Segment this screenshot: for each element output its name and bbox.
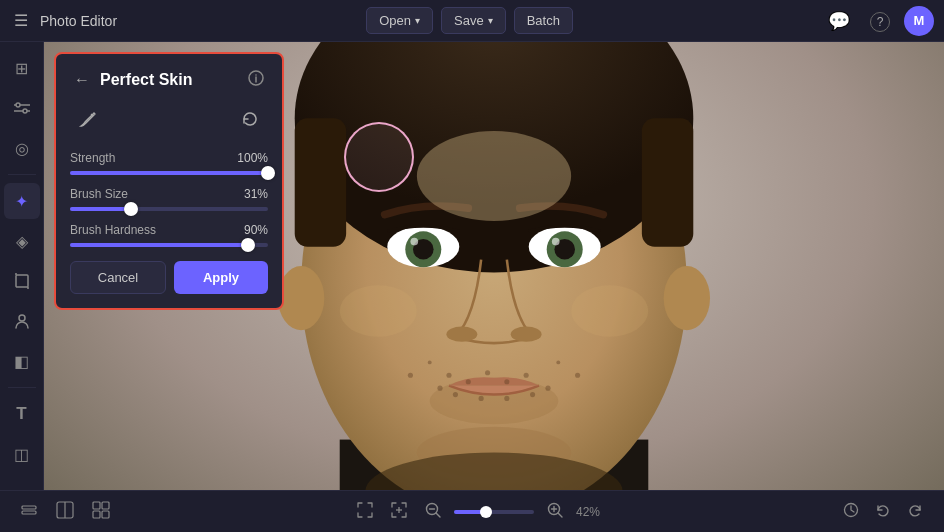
brush-hardness-label: Brush Hardness — [70, 223, 156, 237]
bottom-center-zoom: 42% — [352, 497, 600, 527]
svg-point-37 — [504, 379, 509, 384]
reset-tool-button[interactable] — [236, 105, 264, 137]
panel-back-button[interactable]: ← — [70, 69, 94, 91]
panel-header: ← Perfect Skin — [70, 68, 268, 91]
refresh-icon — [240, 109, 260, 129]
user-avatar[interactable]: M — [904, 6, 934, 36]
brush-size-slider-track[interactable] — [70, 207, 268, 211]
zoom-in-icon[interactable] — [542, 497, 568, 527]
sidebar-divider — [8, 174, 36, 175]
svg-point-3 — [23, 109, 27, 113]
fill-icon[interactable] — [386, 497, 412, 527]
svg-point-36 — [485, 370, 490, 375]
batch-button[interactable]: Batch — [514, 7, 573, 34]
svg-point-44 — [545, 386, 550, 391]
cancel-button[interactable]: Cancel — [70, 261, 166, 294]
brush-size-label: Brush Size — [70, 187, 128, 201]
app-title: Photo Editor — [40, 13, 117, 29]
brush-hardness-slider-fill — [70, 243, 248, 247]
svg-rect-55 — [22, 511, 36, 514]
svg-point-42 — [530, 392, 535, 397]
help-icon: ? — [870, 12, 890, 32]
svg-point-12 — [255, 74, 257, 76]
svg-point-34 — [446, 373, 451, 378]
svg-rect-59 — [102, 502, 109, 509]
zoom-slider-thumb[interactable] — [480, 506, 492, 518]
svg-rect-20 — [642, 118, 693, 247]
svg-point-53 — [571, 285, 648, 336]
fit-icon[interactable] — [352, 497, 378, 527]
svg-line-65 — [436, 513, 440, 517]
zoom-out-icon[interactable] — [420, 497, 446, 527]
svg-point-31 — [446, 326, 477, 341]
grid-bottom-icon[interactable] — [88, 497, 114, 527]
bottom-left-tools — [16, 497, 114, 527]
brush-size-slider-group: Brush Size 31% — [70, 187, 268, 211]
svg-point-21 — [278, 266, 324, 330]
apply-button[interactable]: Apply — [174, 261, 268, 294]
svg-point-46 — [556, 361, 560, 365]
brush-size-slider-thumb[interactable] — [124, 202, 138, 216]
zoom-slider[interactable] — [454, 510, 534, 514]
brush-hardness-slider-thumb[interactable] — [241, 238, 255, 252]
sidebar-icon-layers[interactable]: ⊞ — [4, 50, 40, 86]
brush-size-value: 31% — [244, 187, 268, 201]
brush-hardness-value: 90% — [244, 223, 268, 237]
sidebar-icon-adjustments[interactable] — [4, 90, 40, 126]
svg-point-32 — [511, 326, 542, 341]
strength-label: Strength — [70, 151, 115, 165]
sidebar-icon-effects[interactable]: ◈ — [4, 223, 40, 259]
left-sidebar: ⊞ ◎ ✦ ◈ — [0, 42, 44, 490]
main-area: ⊞ ◎ ✦ ◈ — [0, 42, 944, 490]
help-button[interactable]: ? — [864, 6, 896, 36]
menu-icon[interactable]: ☰ — [10, 7, 32, 34]
svg-point-22 — [664, 266, 710, 330]
svg-point-51 — [417, 131, 571, 221]
svg-point-47 — [408, 373, 413, 378]
strength-slider-fill — [70, 171, 268, 175]
history-icon[interactable] — [838, 497, 864, 527]
sidebar-divider-2 — [8, 387, 36, 388]
brush-tool-button[interactable] — [74, 105, 102, 137]
strength-value: 100% — [237, 151, 268, 165]
undo-icon[interactable] — [870, 497, 896, 527]
bottom-right-history — [838, 497, 928, 527]
brush-hardness-slider-track[interactable] — [70, 243, 268, 247]
redo-icon[interactable] — [902, 497, 928, 527]
zoom-value: 42% — [576, 505, 600, 519]
sidebar-icon-crop[interactable] — [4, 263, 40, 299]
zoom-slider-fill — [454, 510, 482, 514]
panel-tools-row — [70, 105, 268, 137]
sidebar-icon-export[interactable]: ◫ — [4, 436, 40, 472]
info-icon — [248, 70, 264, 86]
svg-point-35 — [466, 379, 471, 384]
svg-rect-6 — [16, 275, 28, 287]
comment-button[interactable]: 💬 — [822, 6, 856, 36]
sidebar-icon-people[interactable] — [4, 303, 40, 339]
perfect-skin-panel: ← Perfect Skin — [54, 52, 284, 310]
compare-bottom-icon[interactable] — [52, 497, 78, 527]
svg-point-30 — [552, 238, 560, 246]
brush-icon — [78, 109, 98, 129]
panel-buttons: Cancel Apply — [70, 261, 268, 294]
save-button[interactable]: Save ▾ — [441, 7, 506, 34]
sidebar-icon-text[interactable]: T — [4, 396, 40, 432]
panel-area: ← Perfect Skin — [44, 42, 944, 490]
sidebar-icon-filter[interactable]: ◧ — [4, 343, 40, 379]
open-button[interactable]: Open ▾ — [366, 7, 433, 34]
bottom-bar: 42% — [0, 490, 944, 532]
layers-bottom-icon[interactable] — [16, 497, 42, 527]
svg-rect-58 — [93, 502, 100, 509]
panel-info-button[interactable] — [244, 68, 268, 91]
panel-title: Perfect Skin — [100, 71, 238, 89]
sidebar-icon-magic[interactable]: ✦ — [4, 183, 40, 219]
svg-line-68 — [558, 513, 562, 517]
strength-slider-thumb[interactable] — [261, 166, 275, 180]
svg-point-39 — [453, 392, 458, 397]
svg-point-41 — [504, 396, 509, 401]
svg-point-52 — [340, 285, 417, 336]
comment-icon: 💬 — [828, 11, 850, 31]
svg-point-40 — [479, 396, 484, 401]
strength-slider-track[interactable] — [70, 171, 268, 175]
sidebar-icon-view[interactable]: ◎ — [4, 130, 40, 166]
